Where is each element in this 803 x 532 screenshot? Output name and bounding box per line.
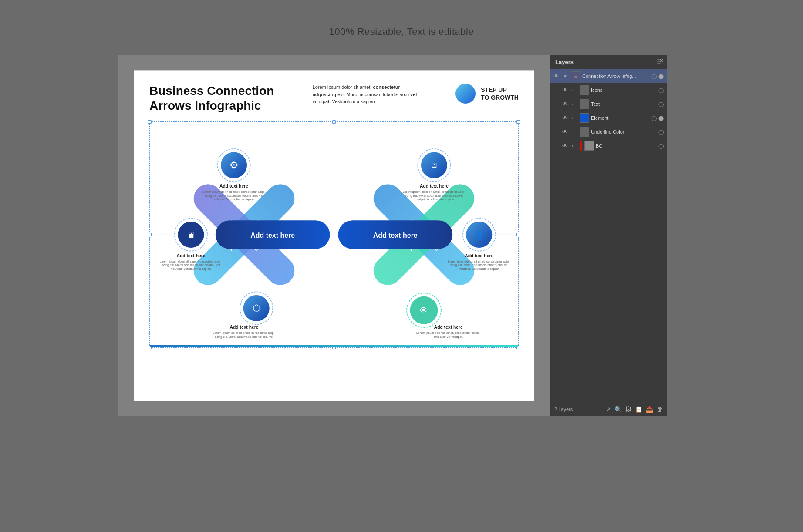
slide-subtitle: Lorem ipsum dolor sit amet, consectetur … <box>300 84 430 105</box>
svg-text:Lorem ipsum dolor sit amet, co: Lorem ipsum dolor sit amet, consectetur … <box>213 331 276 335</box>
svg-text:scing elit. Morbi accumsan lob: scing elit. Morbi accumsan lobortis arcu… <box>450 263 508 267</box>
svg-text:Add text here: Add text here <box>420 184 449 189</box>
expand-arrow-text[interactable]: › <box>572 102 578 107</box>
layer-name-underline: Underline Color <box>591 129 657 135</box>
layer-thumb-text <box>580 99 589 109</box>
svg-text:Lorem ipsum dolor sit amet, co: Lorem ipsum dolor sit amet, consectetur … <box>416 331 481 335</box>
eye-icon[interactable]: 👁 <box>553 73 561 80</box>
layer-row-element[interactable]: 👁 › Element ◯ ⬤ <box>550 111 667 125</box>
layer-name-text: Text <box>591 101 657 107</box>
svg-text:Lorem ipsum dolor sit amet, co: Lorem ipsum dolor sit amet, consectetur … <box>403 190 466 194</box>
move-to-icon[interactable]: 📤 <box>646 406 653 413</box>
eye-icon-text[interactable]: 👁 <box>562 101 570 108</box>
svg-text:volutpat. Vestibulum a sapien: volutpat. Vestibulum a sapien <box>171 267 211 271</box>
svg-text:Add text here: Add text here <box>250 232 295 239</box>
layer-vis-element[interactable]: ⬤ <box>658 115 664 121</box>
zoom-icon[interactable]: 🔍 <box>614 406 622 413</box>
svg-text:volutpat. Vestibulum a sapien: volutpat. Vestibulum a sapien <box>414 198 454 201</box>
svg-text:Add text here: Add text here <box>465 253 493 258</box>
svg-text:Lorem ipsum dolor sit amet, co: Lorem ipsum dolor sit amet, consectetur … <box>202 190 266 194</box>
layers-count: 2 Layers <box>554 407 573 412</box>
layer-lock-text[interactable]: ◯ <box>658 101 664 107</box>
layer-thumb-element <box>580 113 589 123</box>
layer-thumb-connection-arrow: ▤ <box>571 71 580 81</box>
slide-header: Business ConnectionArrows Infographic Lo… <box>149 84 519 113</box>
svg-text:scing elit. Morbi accumsan lob: scing elit. Morbi accumsan lobortis arcu… <box>215 335 273 339</box>
slide-brand: STEP UPTO GROWTH <box>455 84 519 104</box>
layer-name-element: Element <box>591 115 650 121</box>
eye-icon-icons[interactable]: 👁 <box>562 87 570 94</box>
minimize-button[interactable]: — <box>651 57 657 64</box>
layer-row-connection-arrow[interactable]: 👁 ▼ ▤ Connection Arrow Infog... ◯ ⬤ <box>550 69 667 83</box>
svg-text:🖥: 🖥 <box>430 161 438 170</box>
brand-text: STEP UPTO GROWTH <box>481 86 519 101</box>
svg-text:👁: 👁 <box>419 305 428 315</box>
svg-text:Add text here: Add text here <box>230 325 259 330</box>
svg-text:⬡: ⬡ <box>253 303 260 313</box>
layers-panel: Layers — ✕ ☰ 👁 ▼ ▤ Connection Arrow Info… <box>550 55 667 416</box>
layer-thumb-icons <box>580 85 589 95</box>
layers-footer: 2 Layers ↗ 🔍 🖼 📋 📤 🗑 <box>550 402 667 416</box>
svg-text:Add text here: Add text here <box>219 184 248 189</box>
layer-lock-icons[interactable]: ◯ <box>658 88 664 93</box>
svg-text:Add text here: Add text here <box>434 325 463 330</box>
layer-lock-underline[interactable]: ◯ <box>658 129 664 135</box>
slide-title: Business ConnectionArrows Infographic <box>149 84 274 113</box>
svg-text:scing elit. Morbi accumsan lob: scing elit. Morbi accumsan lobortis arcu… <box>405 194 463 198</box>
layer-vis-icon[interactable]: ⬤ <box>658 74 664 79</box>
layer-thumb-bg <box>584 141 594 151</box>
svg-text:⚙: ⚙ <box>229 160 239 171</box>
sel-handle-tr[interactable] <box>516 120 520 124</box>
sel-handle-tm[interactable] <box>332 120 336 124</box>
bottom-accent-bar <box>150 345 518 347</box>
layer-lock-element[interactable]: ◯ <box>651 115 657 121</box>
sel-handle-mr[interactable] <box>516 233 520 236</box>
infographic-area: Add text here Add text here Add text her… <box>149 121 519 348</box>
image-icon[interactable]: 🖼 <box>625 406 631 413</box>
eye-icon-bg[interactable]: 👁 <box>562 143 570 149</box>
layer-row-underline-color[interactable]: 👁 Underline Color ◯ <box>550 125 667 139</box>
svg-text:scing elit. Morbi accumsan lob: scing elit. Morbi accumsan lobortis arcu… <box>162 263 220 267</box>
duplicate-icon[interactable]: 📋 <box>635 406 642 413</box>
panel-controls: — ✕ <box>651 57 664 64</box>
layer-name-connection-arrow: Connection Arrow Infog... <box>582 74 650 79</box>
svg-text:volutpat. Vestibulum a sapien: volutpat. Vestibulum a sapien <box>214 198 253 201</box>
slide: Business ConnectionArrows Infographic Lo… <box>134 70 534 401</box>
layer-red-accent <box>580 141 582 151</box>
eye-icon-underline[interactable]: 👁 <box>562 129 570 135</box>
svg-text:scing elit. Morbi accumsan lob: scing elit. Morbi accumsan lobortis arcu… <box>205 194 263 198</box>
layer-row-text[interactable]: 👁 › Text ◯ <box>550 97 667 111</box>
canvas-area: Business ConnectionArrows Infographic Lo… <box>118 55 550 416</box>
delete-icon[interactable]: 🗑 <box>657 406 663 413</box>
layer-lock-bg[interactable]: ◯ <box>658 143 664 149</box>
layer-name-bg: BG <box>596 143 657 148</box>
close-button[interactable]: ✕ <box>659 57 664 64</box>
svg-text:👤: 👤 <box>474 230 485 240</box>
sel-handle-ml[interactable] <box>148 233 152 236</box>
expand-arrow-element[interactable]: › <box>572 116 578 121</box>
top-label: 100% Resizable, Text is editable <box>329 26 474 37</box>
svg-text:Add text here: Add text here <box>177 253 206 258</box>
export-icon[interactable]: ↗ <box>606 406 611 413</box>
layer-name-icons: Icons <box>591 88 657 93</box>
expand-arrow[interactable]: ▼ <box>563 74 569 79</box>
svg-text:Lorem ipsum dolor sit amet, co: Lorem ipsum dolor sit amet, consectetur … <box>160 260 223 263</box>
layer-lock-icon[interactable]: ◯ <box>651 74 657 79</box>
expand-arrow-bg[interactable]: › <box>572 144 578 148</box>
eye-icon-element[interactable]: 👁 <box>562 115 570 121</box>
expand-arrow-icons[interactable]: › <box>572 88 578 93</box>
infographic-svg: Add text here Add text here Add text her… <box>154 126 514 343</box>
layer-thumb-underline <box>580 127 589 137</box>
sel-handle-tl[interactable] <box>148 120 152 124</box>
layers-footer-icons: ↗ 🔍 🖼 📋 📤 🗑 <box>606 406 663 413</box>
svg-text:Add text here: Add text here <box>373 232 418 239</box>
layers-header: Layers — ✕ ☰ <box>550 55 667 69</box>
svg-text:🖥: 🖥 <box>187 231 195 240</box>
svg-text:ctur arcu vel volutpat.: ctur arcu vel volutpat. <box>434 335 463 339</box>
layer-row-bg[interactable]: 👁 › BG ◯ <box>550 139 667 153</box>
layers-title: Layers <box>555 59 574 65</box>
brand-circle <box>455 84 476 104</box>
layer-row-icons[interactable]: 👁 › Icons ◯ <box>550 83 667 97</box>
svg-text:Lorem ipsum dolor sit amet, co: Lorem ipsum dolor sit amet, consectetur … <box>448 260 511 263</box>
main-layout: Business ConnectionArrows Infographic Lo… <box>118 55 685 416</box>
